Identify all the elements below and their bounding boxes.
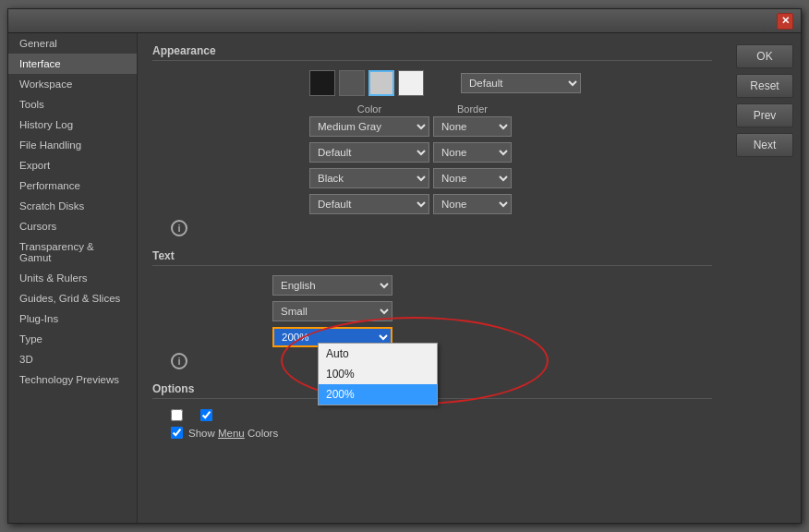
show-channels-row — [152, 408, 712, 421]
swatch-darkgray[interactable] — [339, 70, 365, 96]
preferences-window: ✕ GeneralInterfaceWorkspaceToolsHistory … — [7, 8, 802, 524]
full-screen-menus-select[interactable]: DefaultBlackWhite — [309, 142, 429, 163]
sidebar-item-scratch-disks[interactable]: Scratch Disks — [8, 196, 137, 216]
content-area: GeneralInterfaceWorkspaceToolsHistory Lo… — [8, 33, 801, 523]
artboards-border[interactable]: None — [433, 194, 512, 214]
artboards-row: DefaultBlack None — [152, 194, 712, 214]
next-button[interactable]: Next — [736, 133, 793, 157]
sidebar-item-plug-ins[interactable]: Plug-Ins — [8, 308, 137, 329]
swatch-black[interactable] — [309, 70, 335, 96]
show-menu-colors-checkbox[interactable] — [171, 427, 183, 439]
dropdown-item-100[interactable]: 100% — [319, 364, 437, 384]
dynamic-sliders-checkbox[interactable] — [200, 409, 212, 421]
sidebar-item-technology-previews[interactable]: Technology Previews — [8, 369, 137, 390]
scaling-info-icon: i — [171, 353, 187, 369]
artboards-select[interactable]: DefaultBlack — [309, 194, 429, 214]
full-screen-border[interactable]: None — [433, 168, 512, 188]
prev-button[interactable]: Prev — [736, 103, 793, 127]
sidebar-item-guides--grid---slices[interactable]: Guides, Grid & Slices — [8, 288, 137, 308]
title-bar: ✕ — [8, 9, 801, 33]
ui-language-select[interactable]: EnglishDeutsch — [272, 275, 392, 296]
highlight-color-select[interactable]: Default Blue Red — [461, 73, 581, 93]
show-channels-checkbox[interactable] — [171, 409, 183, 421]
artboard-info-row: i — [152, 220, 712, 236]
standard-screen-row: Medium GrayDefaultBlack NoneDrop Shadow — [152, 116, 712, 137]
dropdown-item-200[interactable]: 200% — [319, 384, 437, 405]
show-menu-colors-row: Show Menu Colors — [152, 427, 712, 439]
right-buttons: OK Reset Prev Next — [727, 33, 801, 523]
sidebar: GeneralInterfaceWorkspaceToolsHistory Lo… — [8, 33, 138, 523]
swatch-lightgray[interactable] — [368, 70, 394, 96]
sidebar-item-workspace[interactable]: Workspace — [8, 74, 137, 94]
appearance-section: Appearance Default Blue Red — [152, 44, 712, 236]
scaling-dropdown[interactable]: Auto 100% 200% — [318, 343, 438, 405]
text-title: Text — [152, 249, 712, 266]
full-screen-row: BlackDefaultWhite None — [152, 168, 712, 188]
appearance-title: Appearance — [152, 44, 712, 61]
sidebar-item-general[interactable]: General — [8, 33, 137, 54]
full-screen-select[interactable]: BlackDefaultWhite — [309, 168, 429, 188]
main-area: Appearance Default Blue Red — [138, 33, 727, 523]
show-menu-colors-label: Show Menu Colors — [188, 428, 278, 439]
ui-language-row: EnglishDeutsch — [152, 275, 712, 296]
col-headers: Color Border — [152, 103, 712, 115]
swatch-white[interactable] — [398, 70, 424, 96]
sidebar-item-3d[interactable]: 3D — [8, 349, 137, 369]
sidebar-item-units---rulers[interactable]: Units & Rulers — [8, 268, 137, 288]
standard-screen-select[interactable]: Medium GrayDefaultBlack — [309, 116, 429, 137]
sidebar-item-history-log[interactable]: History Log — [8, 115, 137, 135]
col-color-header: Color — [309, 103, 429, 115]
sidebar-item-transparency---gamut[interactable]: Transparency & Gamut — [8, 236, 137, 268]
close-button[interactable]: ✕ — [777, 13, 793, 30]
dropdown-item-auto[interactable]: Auto — [319, 344, 437, 364]
dropdown-list: Auto 100% 200% — [318, 343, 438, 405]
full-screen-menus-border[interactable]: None — [433, 142, 512, 163]
reset-button[interactable]: Reset — [736, 74, 793, 98]
sidebar-item-file-handling[interactable]: File Handling — [8, 135, 137, 155]
full-screen-menus-row: DefaultBlackWhite None — [152, 142, 712, 163]
col-border-header: Border — [433, 103, 512, 115]
sidebar-item-type[interactable]: Type — [8, 329, 137, 349]
sidebar-item-export[interactable]: Export — [8, 155, 137, 175]
standard-border-select[interactable]: NoneDrop Shadow — [433, 116, 512, 137]
info-icon: i — [171, 220, 187, 236]
sidebar-item-cursors[interactable]: Cursors — [8, 216, 137, 236]
ok-button[interactable]: OK — [736, 44, 793, 68]
sidebar-item-tools[interactable]: Tools — [8, 94, 137, 115]
ui-font-size-row: SmallMediumLarge — [152, 301, 712, 321]
ui-font-size-select[interactable]: SmallMediumLarge — [272, 301, 392, 321]
sidebar-item-performance[interactable]: Performance — [8, 175, 137, 196]
sidebar-item-interface[interactable]: Interface — [8, 54, 137, 74]
color-theme-row: Default Blue Red — [152, 70, 712, 96]
